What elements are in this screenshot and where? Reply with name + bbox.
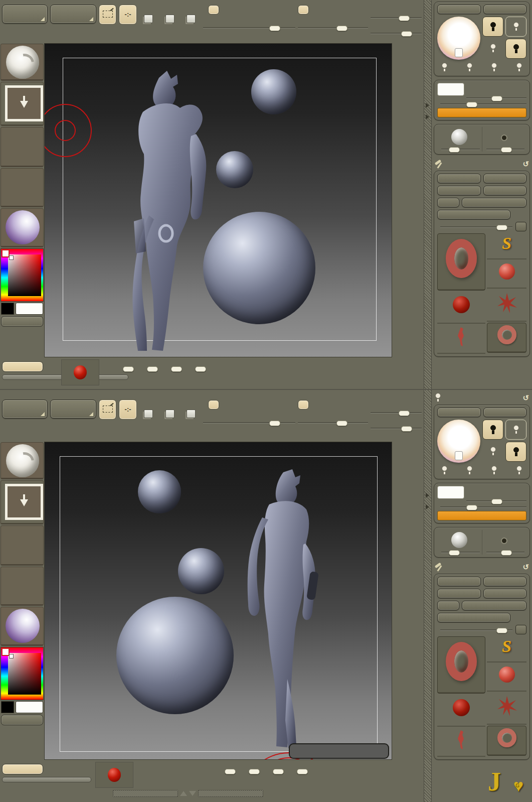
light-switch-button-5[interactable] [441, 466, 448, 475]
make-polymesh3d-button[interactable] [462, 601, 526, 610]
tool-item-jojo[interactable] [437, 325, 485, 354]
saturation-square[interactable] [8, 254, 41, 296]
gsi-slider[interactable] [486, 147, 525, 151]
main-color-swatch[interactable] [1, 303, 14, 315]
gdi-slider[interactable] [441, 550, 480, 554]
scrollbar-texture[interactable] [113, 790, 178, 797]
horizontal-scrollbar[interactable] [113, 790, 263, 797]
light-switch-button-4[interactable] [505, 39, 526, 59]
lazy-radius-control[interactable] [123, 364, 134, 372]
tool-palette-header[interactable]: ↺ [434, 158, 530, 171]
move-button[interactable] [139, 5, 158, 25]
zadd-toggle[interactable] [298, 400, 309, 410]
projection-master-button[interactable] [50, 399, 96, 419]
rgb-intensity-slider[interactable] [203, 26, 295, 30]
rgb-toggle[interactable] [208, 400, 219, 410]
lazy-radius-control[interactable] [225, 767, 236, 774]
light-color-swatch[interactable] [437, 486, 464, 499]
light-switch-button-1[interactable] [482, 420, 503, 440]
light-switch-button-7[interactable] [491, 63, 497, 72]
intensity-curve-button[interactable] [437, 108, 526, 117]
tool-item-sphere3d[interactable] [487, 663, 526, 692]
intensity-curve-button[interactable] [437, 511, 526, 520]
secondary-color-swatch[interactable] [16, 701, 43, 713]
light-switch-button-8[interactable] [516, 63, 522, 72]
restore-configuration-icon[interactable]: ↺ [522, 160, 529, 169]
edit-button[interactable] [99, 399, 117, 420]
tool-r-button[interactable] [515, 222, 526, 231]
ambient-slider[interactable] [440, 505, 526, 509]
intensity-slider[interactable] [466, 96, 526, 100]
ambient-slider[interactable] [440, 102, 526, 106]
brush-mod-control[interactable] [297, 767, 308, 774]
lazy-step-control[interactable] [249, 767, 260, 774]
texture-selector[interactable] [1, 567, 44, 606]
tool-item-polymesh3d[interactable] [487, 290, 526, 322]
load-tool-button[interactable] [437, 174, 481, 183]
move-button[interactable] [139, 399, 158, 420]
tool-item-jojo-ring[interactable] [487, 726, 526, 756]
tool-item-jojo-ring[interactable] [487, 323, 526, 353]
light-load-button[interactable] [437, 408, 481, 417]
rotate-button[interactable] [182, 5, 200, 25]
focal-shift-slider[interactable] [371, 16, 422, 20]
tool-item-zsphere[interactable] [437, 292, 485, 324]
stroke-selector[interactable] [1, 480, 44, 524]
focal-shift-slider[interactable] [371, 411, 422, 415]
zmapper-button[interactable] [2, 399, 48, 419]
zsphere-tool-preview[interactable] [95, 762, 133, 788]
alpha-selector[interactable] [1, 525, 44, 566]
lazy-smooth-control[interactable] [273, 767, 284, 774]
main-color-swatch[interactable] [1, 701, 14, 713]
brush-selector[interactable] [1, 442, 44, 479]
light-switch-button-6[interactable] [466, 466, 473, 475]
light-switch-button-3[interactable] [482, 442, 503, 461]
lazy-smooth-control[interactable] [171, 364, 182, 372]
projection-master-button[interactable] [50, 5, 96, 24]
saturation-square[interactable] [8, 653, 41, 695]
light-switch-button-1[interactable] [482, 17, 503, 37]
color-picker[interactable] [1, 248, 44, 302]
light-color-swatch[interactable] [437, 83, 464, 96]
shadows-button[interactable] [2, 361, 43, 372]
tool-item-zsphere[interactable] [437, 695, 485, 727]
gdi-slider[interactable] [441, 147, 480, 151]
save-as-button[interactable] [483, 577, 527, 586]
light-switch-button-5[interactable] [441, 63, 448, 72]
default-diffuse-cell[interactable] [437, 530, 482, 555]
restore-configuration-icon[interactable]: ↺ [522, 563, 529, 572]
scrollbar-texture[interactable] [198, 790, 263, 797]
texture-selector[interactable] [1, 168, 44, 207]
tool-item-polymesh3d[interactable] [487, 693, 526, 725]
lazy-step-control[interactable] [147, 364, 158, 372]
light-load-button[interactable] [437, 5, 481, 14]
intensity-slider[interactable] [466, 499, 526, 503]
edit-button[interactable] [99, 5, 117, 25]
draw-size-slider[interactable] [371, 426, 422, 430]
light-switch-button-2[interactable] [505, 420, 526, 440]
make-polymesh3d-button[interactable] [462, 198, 526, 207]
scroll-up-icon[interactable] [180, 791, 187, 796]
import-button[interactable] [437, 186, 481, 195]
default-diffuse-cell[interactable] [437, 127, 482, 152]
tool-r-button[interactable] [515, 625, 526, 634]
tool-item-current[interactable] [437, 233, 485, 291]
scale-button[interactable] [160, 399, 179, 420]
light-switch-button-2[interactable] [505, 17, 526, 37]
default-specular-cell[interactable] [482, 127, 527, 152]
tool-item-simplebrush[interactable]: S [487, 233, 526, 259]
light-save-button[interactable] [483, 408, 527, 417]
brush-mod-control[interactable] [195, 364, 206, 372]
draw-button[interactable]: -:- [119, 5, 137, 25]
light-switch-button-7[interactable] [491, 466, 497, 475]
restore-configuration-icon[interactable]: ↺ [522, 393, 529, 403]
panel-scrollbar[interactable] [424, 390, 432, 802]
clone-all-subtools-button[interactable] [437, 613, 510, 622]
scale-button[interactable] [160, 5, 179, 25]
rgb-intensity-slider[interactable] [203, 421, 295, 425]
clone-all-subtools-button[interactable] [437, 210, 510, 219]
z-intensity-slider[interactable] [298, 421, 368, 425]
brush-selector[interactable] [1, 44, 44, 81]
zadd-toggle[interactable] [298, 5, 309, 15]
rgb-toggle[interactable] [208, 5, 219, 15]
